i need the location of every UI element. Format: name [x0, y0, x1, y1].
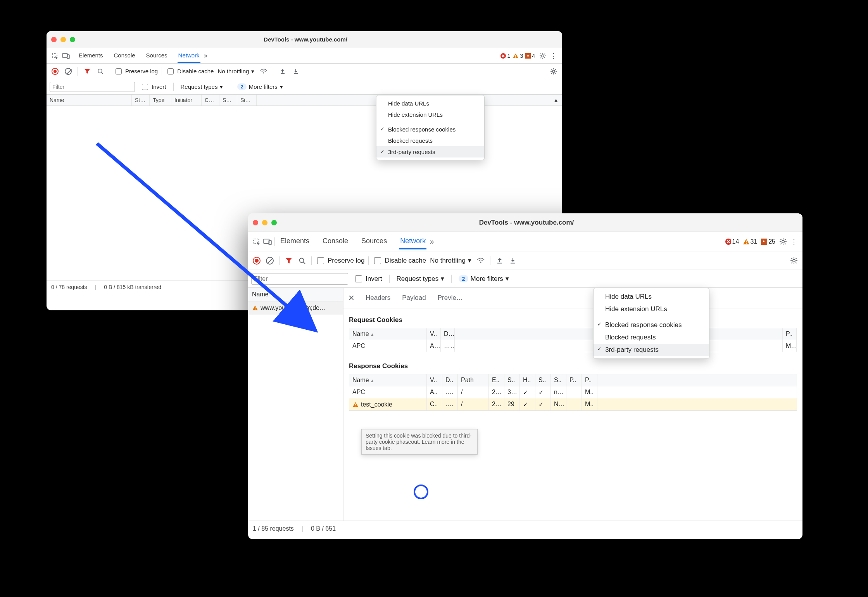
col-co[interactable]: Co… [202, 95, 219, 106]
search-icon[interactable] [297, 255, 307, 266]
more-filters-dropdown[interactable]: 2 More filters▾ [459, 275, 509, 283]
close-window-button[interactable] [253, 220, 258, 225]
filter-input[interactable] [50, 82, 135, 92]
inspect-element-icon[interactable] [251, 236, 262, 247]
filter-icon[interactable] [82, 66, 93, 77]
menu-3rd-party-requests[interactable]: 3rd-party requests [594, 344, 709, 356]
table-row[interactable]: APC A.. …. / 2… 3… ✓ ✓ n… M.. [349, 386, 797, 398]
menu-blocked-requests[interactable]: Blocked requests [594, 331, 709, 344]
tab-preview[interactable]: Previe… [437, 291, 464, 305]
col-e[interactable]: E.. [489, 374, 504, 386]
col-size[interactable]: Siz… [237, 95, 257, 106]
throttling-select[interactable]: No throttling▾ [428, 256, 473, 265]
col-initiator[interactable]: Initiator [171, 95, 202, 106]
menu-hide-data-urls[interactable]: Hide data URLs [594, 291, 709, 303]
tab-payload[interactable]: Payload [401, 291, 426, 305]
col-s3[interactable]: S.. [551, 374, 566, 386]
menu-hide-data-urls[interactable]: Hide data URLs [376, 98, 484, 109]
info-count[interactable]: 25 [761, 238, 775, 245]
col-s[interactable]: S.. [504, 374, 520, 386]
request-types-dropdown[interactable]: Request types▾ [397, 275, 445, 283]
col-status[interactable]: St… [132, 95, 150, 106]
tab-sources[interactable]: Sources [145, 49, 168, 63]
tab-network[interactable]: Network [399, 234, 426, 249]
kebab-menu-icon[interactable]: ⋮ [548, 50, 559, 61]
tab-elements[interactable]: Elements [78, 49, 104, 63]
invert-checkbox[interactable]: Invert [354, 274, 382, 284]
col-p[interactable]: P.. [566, 374, 582, 386]
inspect-element-icon[interactable] [50, 50, 60, 61]
throttling-select[interactable]: No throttling▾ [216, 67, 256, 76]
col-p2[interactable]: P.. [582, 374, 597, 386]
tab-elements[interactable]: Elements [280, 234, 310, 249]
more-tabs-button[interactable]: » [200, 50, 211, 61]
gear-icon[interactable] [537, 50, 548, 61]
download-icon[interactable] [290, 66, 301, 77]
warning-count[interactable]: 31 [743, 238, 757, 245]
maximize-window-button[interactable] [271, 220, 277, 225]
menu-blocked-response-cookies[interactable]: Blocked response cookies [376, 124, 484, 135]
kebab-menu-icon[interactable]: ⋮ [789, 236, 799, 247]
info-count[interactable]: 4 [525, 53, 535, 59]
device-toolbar-icon[interactable] [60, 50, 71, 61]
tab-headers[interactable]: Headers [365, 291, 391, 305]
upload-icon[interactable] [277, 66, 288, 77]
col-d[interactable]: D.. [442, 374, 458, 386]
col-path[interactable]: Path [458, 374, 489, 386]
filter-input[interactable] [251, 273, 348, 285]
menu-hide-extension-urls[interactable]: Hide extension URLs [376, 109, 484, 120]
gear-icon[interactable] [778, 236, 789, 247]
gear-icon[interactable] [789, 255, 799, 266]
tab-network[interactable]: Network [178, 49, 200, 63]
more-tabs-button[interactable]: » [426, 236, 437, 247]
device-toolbar-icon[interactable] [262, 236, 273, 247]
maximize-window-button[interactable] [70, 37, 75, 42]
table-row-blocked[interactable]: test_cookie C.. …. / 2… 29 ✓ ✓ N… M.. [349, 398, 797, 410]
search-icon[interactable] [95, 66, 106, 77]
col-name[interactable]: Name [47, 95, 132, 106]
menu-3rd-party-requests[interactable]: 3rd-party requests [376, 146, 484, 157]
col-p[interactable]: P.. [783, 328, 797, 340]
close-window-button[interactable] [51, 37, 57, 42]
col-type[interactable]: Type [150, 95, 171, 106]
disable-cache-checkbox[interactable]: Disable cache [373, 256, 426, 265]
col-name[interactable]: Name▲ [349, 374, 427, 386]
clear-button[interactable] [264, 255, 275, 266]
col-name[interactable]: Name [248, 288, 343, 301]
minimize-window-button[interactable] [60, 37, 66, 42]
tab-console[interactable]: Console [322, 234, 349, 249]
filter-icon[interactable] [283, 255, 294, 266]
col-v[interactable]: V.. [427, 328, 441, 340]
gear-icon[interactable] [548, 66, 559, 77]
preserve-log-checkbox[interactable]: Preserve log [316, 256, 364, 265]
tab-sources[interactable]: Sources [361, 234, 388, 249]
clear-button[interactable] [63, 66, 74, 77]
col-s2[interactable]: S.. [535, 374, 551, 386]
download-icon[interactable] [507, 255, 518, 266]
menu-blocked-response-cookies[interactable]: Blocked response cookies [594, 319, 709, 331]
upload-icon[interactable] [494, 255, 505, 266]
menu-blocked-requests[interactable]: Blocked requests [376, 135, 484, 146]
col-name[interactable]: Name▲ [349, 328, 427, 340]
col-se[interactable]: Se… [219, 95, 237, 106]
table-row[interactable]: APC A.. …. M.. [349, 340, 797, 352]
close-details-button[interactable]: ✕ [348, 293, 355, 303]
disable-cache-checkbox[interactable]: Disable cache [166, 67, 214, 76]
invert-checkbox[interactable]: Invert [140, 83, 166, 91]
request-row[interactable]: www.youtube.com;dc… [248, 301, 343, 315]
more-filters-dropdown[interactable]: 2 More filters▾ [237, 83, 283, 90]
minimize-window-button[interactable] [262, 220, 267, 225]
request-types-dropdown[interactable]: Request types▾ [181, 83, 223, 90]
record-button[interactable] [50, 66, 60, 77]
record-button[interactable] [251, 255, 262, 266]
wifi-icon[interactable] [258, 66, 269, 77]
preserve-log-checkbox[interactable]: Preserve log [114, 67, 158, 76]
menu-hide-extension-urls[interactable]: Hide extension URLs [594, 303, 709, 315]
col-v[interactable]: V.. [427, 374, 442, 386]
error-count[interactable]: 14 [725, 238, 739, 245]
warning-count[interactable]: 3 [513, 53, 523, 59]
tab-console[interactable]: Console [113, 49, 136, 63]
col-d[interactable]: D.. [441, 328, 455, 340]
wifi-icon[interactable] [475, 255, 486, 266]
col-h[interactable]: H.. [520, 374, 535, 386]
